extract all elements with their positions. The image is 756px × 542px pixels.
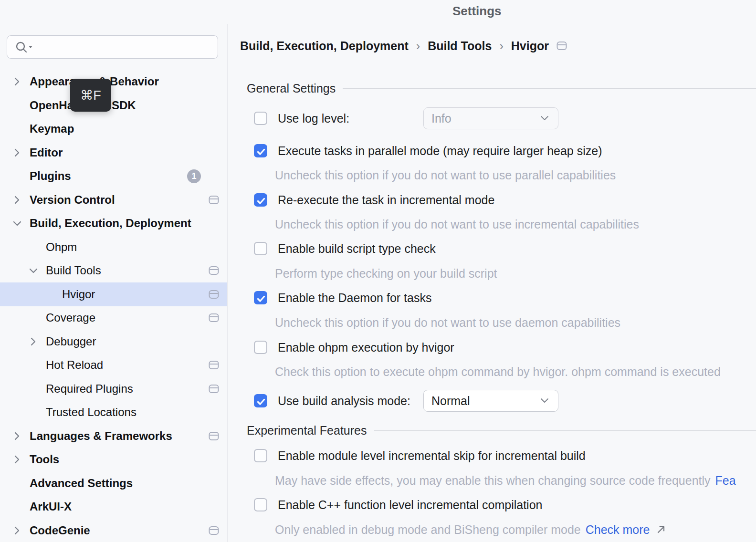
description-text: Uncheck this option if you do not want t… bbox=[275, 218, 639, 231]
sidebar-item-label: ArkUI-X bbox=[30, 500, 72, 513]
chevron-right-icon[interactable] bbox=[11, 525, 22, 536]
sidebar-item-trusted-locations[interactable]: Trusted Locations bbox=[0, 400, 227, 424]
sidebar-item-label: Build Tools bbox=[46, 264, 101, 277]
setting-row-execute-tasks-in-parallel-mode-may-require-larger-heap-size: Execute tasks in parallel mode (may requ… bbox=[228, 140, 756, 162]
sidebar-item-required-plugins[interactable]: Required Plugins bbox=[0, 377, 227, 401]
sidebar-item-arkui-x[interactable]: ArkUI-X bbox=[0, 495, 227, 519]
breadcrumb-item-build-tools[interactable]: Build Tools bbox=[428, 39, 492, 53]
checkbox-checked[interactable] bbox=[254, 144, 267, 157]
checkbox-label[interactable]: Enable build script type check bbox=[278, 242, 436, 256]
sidebar-item-codegenie[interactable]: CodeGenie bbox=[0, 519, 227, 542]
indent-spacer bbox=[11, 501, 30, 512]
chevron-right-icon[interactable] bbox=[11, 147, 22, 158]
setting-description: May have side effects, you may enable th… bbox=[228, 469, 756, 491]
expand-toggle[interactable] bbox=[11, 218, 30, 229]
checkbox-unchecked[interactable] bbox=[254, 242, 267, 255]
checkbox-checked[interactable] bbox=[254, 394, 267, 407]
indent-spacer bbox=[44, 289, 62, 300]
sidebar-item-label: Version Control bbox=[30, 193, 115, 207]
chevron-down-icon[interactable] bbox=[11, 218, 22, 229]
chevron-right-icon[interactable] bbox=[11, 195, 22, 205]
setting-row-enable-ohpm-execution-by-hvigor: Enable ohpm execution by hvigor bbox=[228, 336, 756, 358]
setting-description: Check this option to execute ohpm comman… bbox=[228, 361, 756, 383]
expand-toggle[interactable] bbox=[11, 147, 30, 158]
sidebar-item-languages-frameworks[interactable]: Languages & Frameworks bbox=[0, 424, 227, 448]
sidebar-item-build-tools[interactable]: Build Tools bbox=[0, 259, 227, 282]
chevron-right-icon[interactable] bbox=[11, 454, 22, 465]
indent-spacer bbox=[28, 241, 46, 253]
expand-toggle[interactable] bbox=[28, 265, 46, 276]
chevron-right-icon[interactable] bbox=[11, 76, 22, 87]
indent-spacer bbox=[11, 170, 30, 182]
expand-toggle[interactable] bbox=[11, 525, 30, 536]
sidebar-item-keymap[interactable]: Keymap bbox=[0, 117, 227, 141]
sidebar-item-hot-reload[interactable]: Hot Reload bbox=[0, 353, 227, 377]
setting-row-use-build-analysis-mode: Use build analysis mode:Normal bbox=[228, 390, 756, 412]
expand-toggle[interactable] bbox=[11, 76, 30, 87]
checkbox-label[interactable]: Enable ohpm execution by hvigor bbox=[278, 341, 454, 354]
chevron-down-icon[interactable] bbox=[28, 265, 38, 276]
sidebar-item-editor[interactable]: Editor bbox=[0, 141, 227, 165]
sidebar-item-label: Hvigor bbox=[62, 288, 95, 301]
checkbox-label[interactable]: Use log level: bbox=[278, 112, 349, 125]
checkbox-label[interactable]: Enable module level incremental skip for… bbox=[278, 449, 586, 463]
checkbox-label[interactable]: Re-execute the task in incremental mode bbox=[278, 193, 494, 207]
sidebar-item-label: Advanced Settings bbox=[30, 477, 133, 490]
breadcrumb-separator-icon: › bbox=[499, 39, 503, 53]
section-divider bbox=[343, 88, 756, 89]
setting-description: Uncheck this option if you do not want t… bbox=[228, 164, 756, 186]
external-link-icon[interactable] bbox=[655, 524, 667, 535]
sidebar-item-plugins[interactable]: Plugins1 bbox=[0, 164, 227, 188]
expand-toggle[interactable] bbox=[11, 194, 30, 206]
sidebar-item-coverage[interactable]: Coverage bbox=[0, 306, 227, 330]
checkbox-checked[interactable] bbox=[254, 291, 267, 304]
checkbox-unchecked[interactable] bbox=[254, 112, 267, 125]
dropdown-value: Info bbox=[431, 112, 539, 125]
chevron-right-icon[interactable] bbox=[11, 431, 22, 441]
sidebar-item-label: Required Plugins bbox=[46, 382, 133, 396]
search-icon bbox=[15, 40, 37, 54]
expand-toggle[interactable] bbox=[28, 336, 46, 347]
sidebar-item-tools[interactable]: Tools bbox=[0, 448, 227, 471]
checkbox-unchecked[interactable] bbox=[254, 498, 267, 511]
link-check-more[interactable]: Check more bbox=[586, 523, 650, 537]
indent-spacer bbox=[28, 359, 46, 371]
sidebar-item-label: Keymap bbox=[30, 122, 74, 136]
sidebar-item-ohpm[interactable]: Ohpm bbox=[0, 235, 227, 259]
link-fea[interactable]: Fea bbox=[715, 474, 736, 488]
sidebar-item-hvigor[interactable]: Hvigor bbox=[0, 282, 227, 306]
indent-spacer bbox=[28, 312, 46, 323]
description-text: Only enabled in debug mode and BiSheng c… bbox=[275, 523, 581, 537]
checkbox-label[interactable]: Enable C++ function level incremental co… bbox=[278, 498, 542, 512]
settings-content: Build, Execution, Deployment › Build Too… bbox=[228, 0, 756, 542]
setting-row-enable-module-level-incremental-skip-for-incremental-build: Enable module level incremental skip for… bbox=[228, 445, 756, 467]
checkbox-unchecked[interactable] bbox=[254, 449, 267, 462]
sidebar-item-debugger[interactable]: Debugger bbox=[0, 330, 227, 354]
sidebar-item-openharmony-sdk[interactable]: OpenHarmony SDK bbox=[0, 94, 227, 117]
search-input[interactable] bbox=[7, 35, 218, 59]
expand-toggle[interactable] bbox=[11, 454, 30, 465]
sidebar-item-label: Hot Reload bbox=[46, 358, 103, 372]
setting-row-enable-the-daemon-for-tasks: Enable the Daemon for tasks bbox=[228, 287, 756, 309]
dropdown-use-build-analysis-mode[interactable]: Normal bbox=[423, 390, 558, 412]
sidebar-item-advanced-settings[interactable]: Advanced Settings bbox=[0, 471, 227, 495]
chevron-right-icon[interactable] bbox=[28, 336, 38, 347]
dropdown-use-log-level[interactable]: Info bbox=[423, 107, 558, 129]
sidebar-item-label: Plugins bbox=[30, 169, 71, 183]
checkbox-unchecked[interactable] bbox=[254, 341, 267, 354]
sidebar-item-build-execution-deployment[interactable]: Build, Execution, Deployment bbox=[0, 211, 227, 235]
checkbox-checked[interactable] bbox=[254, 193, 267, 207]
expand-toggle[interactable] bbox=[11, 430, 30, 442]
sidebar-item-appearance-behavior[interactable]: Appearance & Behavior bbox=[0, 70, 227, 94]
checkmark-icon bbox=[255, 396, 267, 407]
settings-card-icon bbox=[209, 526, 219, 535]
checkmark-icon bbox=[255, 293, 267, 304]
checkbox-label[interactable]: Use build analysis mode: bbox=[278, 394, 410, 408]
search-options-caret-icon bbox=[29, 46, 32, 48]
checkbox-label[interactable]: Execute tasks in parallel mode (may requ… bbox=[278, 144, 602, 158]
checkbox-label[interactable]: Enable the Daemon for tasks bbox=[278, 291, 431, 305]
chevron-down-icon bbox=[539, 113, 550, 124]
sidebar-item-version-control[interactable]: Version Control bbox=[0, 188, 227, 212]
sidebar-item-label: Tools bbox=[30, 453, 59, 466]
breadcrumb-item-build-execution-deployment[interactable]: Build, Execution, Deployment bbox=[240, 39, 409, 53]
